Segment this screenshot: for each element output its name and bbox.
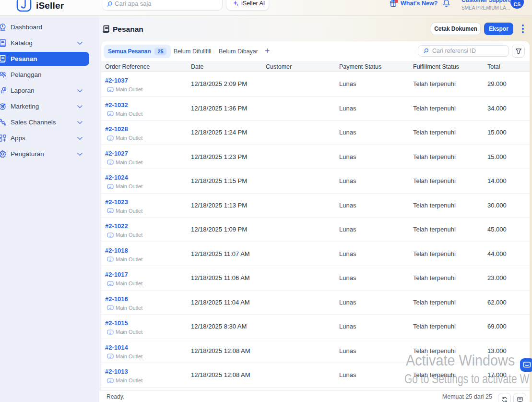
order-reference-link[interactable]: #2-1015	[105, 320, 142, 327]
table-row[interactable]: #2-1027Main Outlet12/18/2025 1:23 PMLuna…	[101, 145, 530, 170]
fulfillment-status: Telah terpenuhi	[413, 194, 456, 218]
column-header-payment-status[interactable]: Payment Status	[339, 62, 381, 72]
order-reference-link[interactable]: #2-1022	[105, 223, 142, 230]
table-row[interactable]: #2-1016Main Outlet12/18/2025 11:04 AMLun…	[101, 291, 530, 315]
fulfillment-status: Telah terpenuhi	[413, 339, 456, 364]
order-date: 12/18/2025 2:09 PM	[191, 72, 247, 97]
sidebar-item-label: Pelanggan	[11, 68, 42, 82]
column-header-total[interactable]: Total	[487, 62, 500, 72]
table-row[interactable]: #2-1014Main Outlet12/18/2025 12:08 AMLun…	[101, 339, 530, 364]
iseller-ai-button[interactable]: iSeller AI	[226, 0, 269, 11]
order-total: 62.000	[487, 291, 507, 315]
sidebar-item-apps[interactable]: Apps	[0, 131, 89, 145]
table-row[interactable]: #2-1024Main Outlet12/18/2025 1:15 PMLuna…	[101, 169, 530, 194]
iseller-logo-icon[interactable]	[16, 0, 32, 12]
order-total: 45.000	[487, 218, 507, 242]
order-search-input[interactable]: Cari referensi ID	[418, 45, 509, 57]
tab-semua-pesanan[interactable]: Semua Pesanan 25	[104, 45, 171, 58]
channels-icon	[0, 118, 7, 126]
outlet-tag: Main Outlet	[105, 86, 142, 92]
payment-status: Lunas	[339, 121, 356, 145]
table-row[interactable]: #2-1028Main Outlet12/18/2025 1:24 PMLuna…	[101, 121, 530, 145]
table-row[interactable]: #2-1022Main Outlet12/18/2025 1:09 PMLuna…	[101, 218, 530, 242]
marketing-icon	[0, 102, 7, 110]
outlet-icon	[107, 111, 114, 116]
table-row[interactable]: #2-1023Main Outlet12/18/2025 1:13 PMLuna…	[101, 194, 530, 218]
activity-log-button[interactable]	[513, 393, 526, 402]
global-search-input[interactable]: Cari apa saja	[102, 0, 223, 11]
sidebar-item-sales-channels[interactable]: Sales Channels	[0, 115, 89, 129]
table-body: #2-1037Main Outlet12/18/2025 2:09 PMLuna…	[101, 72, 530, 388]
brand-name[interactable]: iSeller	[36, 0, 64, 11]
sidebar-item-dashboard[interactable]: Dashboard	[0, 20, 89, 34]
column-header-customer[interactable]: Customer	[266, 62, 292, 72]
table-row[interactable]: #2-1032Main Outlet12/18/2025 1:36 PMLuna…	[101, 97, 530, 121]
order-reference-link[interactable]: #2-1028	[105, 126, 142, 133]
order-reference-link[interactable]: #2-1014	[105, 344, 142, 351]
chat-widget-button[interactable]	[520, 358, 532, 372]
refresh-icon	[501, 396, 508, 402]
order-reference-link[interactable]: #2-1032	[105, 102, 142, 109]
dashboard-icon	[0, 23, 7, 31]
iseller-ai-label: iSeller AI	[241, 0, 265, 7]
payment-status: Lunas	[339, 145, 356, 170]
payment-status: Lunas	[339, 194, 356, 218]
order-reference-link[interactable]: #2-1013	[105, 368, 142, 375]
sidebar-item-pelanggan[interactable]: Pelanggan	[0, 68, 89, 82]
sidebar-item-label: Dashboard	[11, 20, 42, 34]
chevron-down-icon	[77, 121, 83, 124]
order-date: 12/18/2025 12:08 AM	[191, 363, 250, 388]
outlet-label: Main Outlet	[116, 111, 142, 117]
reports-icon	[0, 86, 7, 95]
outlet-label: Main Outlet	[116, 135, 142, 141]
order-reference-link[interactable]: #2-1027	[105, 150, 142, 157]
order-total: 14.000	[487, 169, 507, 194]
orders-card: Semua Pesanan 25 Belum Difullfill Belum …	[101, 41, 530, 402]
table-row[interactable]: #2-1037Main Outlet12/18/2025 2:09 PMLuna…	[101, 72, 530, 97]
column-header-date[interactable]: Date	[191, 62, 203, 72]
tab-belum-difullfill[interactable]: Belum Difullfill	[174, 45, 212, 58]
sidebar-item-laporan[interactable]: Laporan	[0, 84, 89, 97]
chevron-down-icon	[77, 137, 83, 140]
export-button[interactable]: Ekspor	[484, 23, 513, 35]
outlet-tag: Main Outlet	[105, 111, 142, 117]
notifications-bell-icon[interactable]	[442, 0, 450, 8]
outlet-tag: Main Outlet	[105, 353, 142, 359]
avatar[interactable]: CS	[510, 0, 524, 9]
outlet-label: Main Outlet	[116, 183, 142, 189]
add-tab-button[interactable]: +	[262, 45, 272, 58]
order-date: 12/18/2025 12:08 AM	[191, 339, 250, 364]
apps-icon	[0, 134, 7, 142]
order-reference-link[interactable]: #2-1018	[105, 247, 142, 254]
sidebar-item-pengaturan[interactable]: Pengaturan	[0, 147, 89, 161]
table-row[interactable]: #2-1013Main Outlet12/18/2025 12:08 AMLun…	[101, 363, 530, 388]
order-reference-link[interactable]: #2-1024	[105, 174, 142, 181]
page-title: Pesanan	[113, 24, 143, 34]
outlet-label: Main Outlet	[116, 378, 142, 383]
column-header-fulfillment-status[interactable]: Fulfillment Status	[413, 62, 459, 72]
order-date: 12/18/2025 1:23 PM	[191, 145, 247, 170]
catalog-icon	[0, 39, 7, 47]
order-date: 12/18/2025 1:24 PM	[191, 121, 247, 145]
order-reference-link[interactable]: #2-1037	[105, 77, 142, 84]
table-row[interactable]: #2-1017Main Outlet12/18/2025 11:06 AMLun…	[101, 266, 530, 291]
refresh-button[interactable]	[498, 393, 511, 402]
order-reference-link[interactable]: #2-1023	[105, 199, 142, 206]
outlet-icon	[107, 135, 114, 141]
table-row[interactable]: #2-1015Main Outlet12/18/2025 8:30 AMLuna…	[101, 315, 530, 339]
table-row[interactable]: #2-1018Main Outlet12/18/2025 11:07 AMLun…	[101, 242, 530, 267]
filter-button[interactable]	[512, 45, 525, 58]
order-reference-link[interactable]: #2-1017	[105, 271, 142, 278]
print-documents-button[interactable]: Cetak Dokumen	[431, 23, 481, 35]
outlet-label: Main Outlet	[116, 256, 142, 262]
column-header-order-reference[interactable]: Order Reference	[105, 62, 150, 72]
tab-belum-dibayar[interactable]: Belum Dibayar	[219, 45, 258, 58]
more-options-kebab-icon[interactable]	[520, 24, 526, 34]
sidebar-item-katalog[interactable]: Katalog	[0, 36, 89, 50]
sidebar-item-marketing[interactable]: Marketing	[0, 99, 89, 113]
account-menu[interactable]: Customer Support SMEA PREMIUM LA...	[461, 0, 509, 11]
outlet-icon	[107, 208, 114, 213]
order-total: 69.000	[487, 315, 507, 339]
sidebar-item-pesanan[interactable]: Pesanan	[0, 52, 89, 66]
order-reference-link[interactable]: #2-1016	[105, 296, 142, 303]
